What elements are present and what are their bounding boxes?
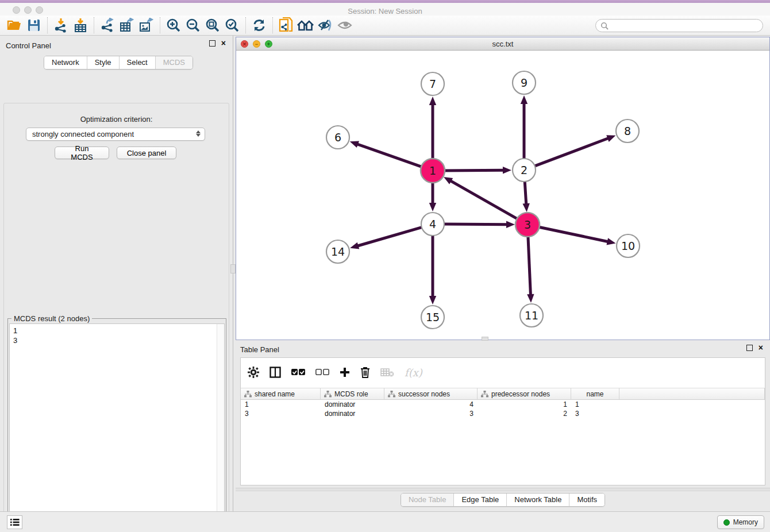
window-title: Session: New Session <box>0 7 770 16</box>
network-frame-titlebar[interactable]: ✕ − + scc.txt <box>236 37 769 51</box>
save-icon[interactable] <box>24 17 44 34</box>
graph-edge[interactable] <box>538 227 609 242</box>
table-panel: Table Panel × <box>236 342 770 511</box>
table-cell: 1 <box>241 400 321 409</box>
graph-edge[interactable] <box>443 224 508 225</box>
graph-edge[interactable] <box>450 180 519 219</box>
status-bar: Memory <box>0 511 770 532</box>
add-column-icon[interactable] <box>340 367 350 377</box>
close-table-panel-icon[interactable]: × <box>759 345 763 351</box>
zoom-in-icon[interactable] <box>164 17 183 34</box>
column-header-name[interactable]: name <box>571 388 619 400</box>
zoom-out-icon[interactable] <box>183 17 203 34</box>
close-panel-button[interactable]: Close panel <box>117 147 176 159</box>
node-label: 10 <box>621 240 635 252</box>
splitter-grip[interactable] <box>230 264 236 273</box>
search-box[interactable] <box>595 19 763 32</box>
open-folder-icon[interactable] <box>5 17 24 34</box>
mcds-result-area[interactable]: 1 3 <box>9 323 225 532</box>
refresh-layout-icon[interactable] <box>249 17 269 34</box>
column-header-successor-nodes[interactable]: successor nodes <box>384 388 478 400</box>
zoom-selected-icon[interactable] <box>222 17 242 34</box>
float-table-panel-icon[interactable] <box>746 345 753 351</box>
attribute-tree-icon <box>388 391 395 398</box>
control-panel-tabs: Network Style Select MCDS <box>44 56 193 70</box>
export-table-icon[interactable] <box>117 17 137 34</box>
table-row[interactable]: 3dominator323 <box>241 409 765 418</box>
titlebar: Session: New Session <box>0 3 770 16</box>
function-builder-icon: f(x) <box>405 367 422 379</box>
edge-arrowhead <box>606 135 615 142</box>
table-cell-filler <box>619 409 765 418</box>
gear-icon[interactable] <box>248 367 259 378</box>
table-tabs: Node Table Edge Table Network Table Moti… <box>401 493 605 507</box>
column-header-shared-name[interactable]: shared name <box>241 388 321 400</box>
graph-edge[interactable] <box>357 227 423 246</box>
memory-label: Memory <box>733 518 758 526</box>
tab-mcds[interactable]: MCDS <box>156 56 192 69</box>
node-label: 2 <box>521 164 528 176</box>
node-label: 14 <box>331 245 345 258</box>
edge-arrowhead <box>607 238 616 245</box>
graph-edge[interactable] <box>528 235 531 296</box>
tab-select[interactable]: Select <box>120 56 156 69</box>
table-toolbar: f(x) <box>241 358 765 387</box>
select-all-columns-icon[interactable] <box>291 369 305 376</box>
table-header: shared nameMCDS rolesuccessor nodesprede… <box>241 388 765 400</box>
export-image-icon[interactable] <box>137 17 156 34</box>
unselect-all-columns-icon[interactable] <box>315 369 329 376</box>
edge-arrowhead <box>522 203 529 212</box>
close-panel-icon[interactable]: × <box>221 40 226 47</box>
split-panel-icon[interactable] <box>270 367 281 378</box>
tab-edge-table[interactable]: Edge Table <box>454 494 507 506</box>
table-cell-filler <box>619 400 765 409</box>
horizontal-splitter-grip[interactable] <box>482 337 488 341</box>
column-header-MCDS-role[interactable]: MCDS role <box>321 388 384 400</box>
import-table-icon[interactable] <box>71 17 90 34</box>
delete-column-icon[interactable] <box>360 367 370 378</box>
edge-arrowhead <box>429 203 436 211</box>
network-graph[interactable]: 7968124314101511 <box>236 51 769 340</box>
hide-eye-icon[interactable] <box>315 17 335 34</box>
network-frame: ✕ − + scc.txt 7968124314101511 <box>236 37 770 340</box>
node-label: 4 <box>429 218 436 230</box>
criterion-select[interactable]: strongly connected component <box>26 128 205 141</box>
table-cell: 3 <box>384 409 478 418</box>
node-label: 15 <box>426 311 440 323</box>
zoom-fit-icon[interactable] <box>203 17 222 34</box>
result-scrollbar[interactable] <box>217 324 224 532</box>
table-cell: dominator <box>321 400 384 409</box>
tab-style[interactable]: Style <box>87 56 120 69</box>
tab-node-table[interactable]: Node Table <box>401 494 455 506</box>
search-input[interactable] <box>611 22 763 30</box>
graph-edge[interactable] <box>356 144 423 167</box>
mcds-result-group: MCDS result (2 nodes) 1 3 <box>7 318 226 532</box>
attribute-tree-icon <box>481 391 488 398</box>
delete-table-icon <box>380 368 394 377</box>
edge-arrowhead <box>429 97 436 105</box>
show-eye-icon[interactable] <box>335 17 355 34</box>
export-network-icon[interactable] <box>98 17 117 34</box>
mcds-result-text: 1 3 <box>10 324 224 347</box>
float-panel-icon[interactable] <box>209 40 215 47</box>
toolbar-separator <box>47 17 48 33</box>
edge-arrowhead <box>521 95 528 104</box>
task-history-button[interactable] <box>7 515 22 529</box>
run-mcds-button[interactable]: Run MCDS <box>55 147 109 159</box>
memory-status-icon <box>723 519 730 526</box>
graph-edge[interactable] <box>525 180 526 205</box>
tab-network[interactable]: Network <box>44 56 87 69</box>
column-header-predecessor-nodes[interactable]: predecessor nodes <box>478 388 571 400</box>
tab-motifs[interactable]: Motifs <box>569 494 605 506</box>
toolbar-separator <box>245 17 246 33</box>
table-row[interactable]: 1dominator411 <box>241 400 765 409</box>
import-network-icon[interactable] <box>51 17 71 34</box>
graph-edge[interactable] <box>443 170 505 171</box>
clone-network-icon[interactable] <box>276 17 296 34</box>
home-icon[interactable] <box>296 17 315 34</box>
tab-network-table[interactable]: Network Table <box>507 494 569 506</box>
select-stepper-icon <box>196 130 201 137</box>
edge-arrowhead <box>506 221 515 228</box>
graph-edge[interactable] <box>534 138 609 167</box>
memory-button[interactable]: Memory <box>717 515 764 529</box>
